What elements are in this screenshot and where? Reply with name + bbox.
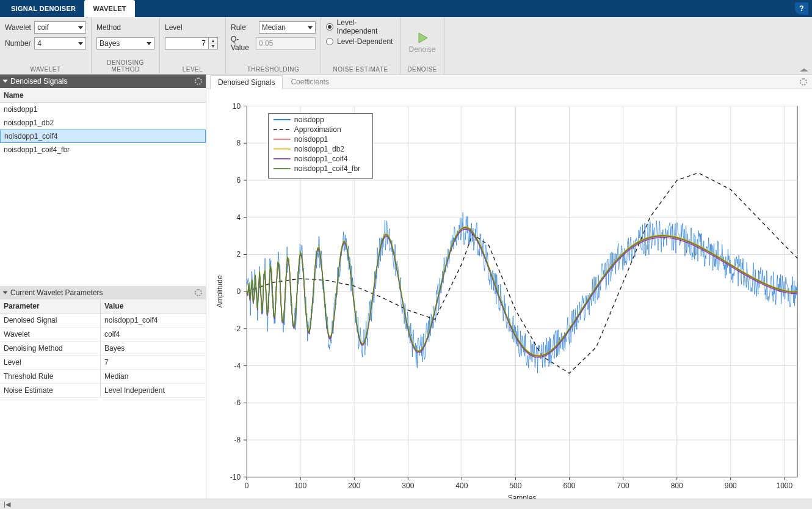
svg-text:200: 200: [348, 482, 360, 490]
table-row: Waveletcoif4: [0, 328, 206, 342]
svg-marker-0: [419, 33, 427, 43]
prev-icon[interactable]: |◀: [4, 500, 10, 508]
radio-level-dependent[interactable]: Level-Dependent: [326, 35, 395, 48]
radio-level-independent[interactable]: Level-Independent: [326, 21, 395, 33]
list-item[interactable]: noisdopp1_coif4: [0, 130, 206, 143]
spinner-up-icon[interactable]: ▲: [209, 38, 217, 43]
svg-text:4: 4: [236, 213, 241, 222]
section-label-method: DENOISING METHOD: [96, 59, 154, 73]
label-rule: Rule: [231, 23, 256, 32]
signal-plot[interactable]: 01002003004005006007008009001000-10-8-6-…: [212, 94, 806, 499]
table-row: Denoised Signalnoisdopp1_coif4: [0, 313, 206, 328]
tab-coefficients[interactable]: Coefficients: [283, 75, 336, 89]
column-value-header: Value: [101, 299, 206, 313]
panel-denoised-signals-header[interactable]: Denoised Signals: [0, 75, 206, 88]
gear-icon[interactable]: [195, 78, 202, 85]
table-row: Noise EstimateLevel Independent: [0, 384, 206, 398]
parameters-table: Denoised Signalnoisdopp1_coif4Waveletcoi…: [0, 313, 206, 499]
svg-text:Samples: Samples: [508, 494, 537, 499]
tab-denoised-signals[interactable]: Denoised Signals: [210, 75, 283, 89]
section-label-level: LEVEL: [165, 66, 220, 73]
svg-text:-2: -2: [234, 324, 241, 333]
svg-text:600: 600: [564, 482, 576, 490]
svg-text:400: 400: [455, 482, 468, 490]
table-row: Threshold RuleMedian: [0, 370, 206, 384]
column-name-header: Name: [0, 88, 206, 103]
label-wavelet: Wavelet: [5, 23, 32, 32]
svg-text:900: 900: [725, 482, 737, 490]
denoised-signals-list: noisdopp1noisdopp1_db2noisdopp1_coif4noi…: [0, 103, 206, 286]
svg-text:300: 300: [402, 482, 414, 490]
gear-icon[interactable]: [800, 78, 807, 86]
radio-icon: [326, 38, 333, 45]
collapse-triangle-icon: [3, 80, 8, 83]
collapse-icon[interactable]: [800, 68, 808, 71]
main-panel: Denoised Signals Coefficients 0100200300…: [206, 75, 812, 499]
svg-text:6: 6: [236, 176, 241, 185]
list-item[interactable]: noisdopp1_db2: [0, 116, 206, 130]
tab-signal-denoiser[interactable]: SIGNAL DENOISER: [2, 0, 84, 17]
table-row: Level7: [0, 356, 206, 370]
column-parameter-header: Parameter: [0, 299, 101, 313]
combo-rule[interactable]: Median: [259, 21, 316, 34]
label-number: Number: [5, 39, 32, 48]
tab-wavelet[interactable]: WAVELET: [84, 0, 134, 17]
svg-text:-10: -10: [230, 473, 241, 482]
spinner-level[interactable]: ▲▼: [165, 37, 218, 49]
combo-wavelet[interactable]: coif: [34, 21, 86, 34]
svg-text:Approximation: Approximation: [294, 125, 341, 134]
svg-text:800: 800: [671, 482, 683, 490]
svg-text:1000: 1000: [776, 482, 792, 490]
section-label-denoise: DENOISE: [405, 66, 439, 73]
svg-text:Amplitude: Amplitude: [216, 275, 224, 308]
caret-icon: [308, 26, 313, 29]
svg-text:10: 10: [233, 102, 241, 111]
label-qvalue: Q-Value: [231, 35, 253, 52]
svg-text:noisdopp1_coif4: noisdopp1_coif4: [294, 155, 348, 163]
svg-text:-8: -8: [234, 436, 241, 444]
sidebar: Denoised Signals Name noisdopp1noisdopp1…: [0, 75, 206, 499]
svg-text:500: 500: [509, 482, 521, 490]
radio-icon: [326, 23, 333, 31]
panel-parameters-header[interactable]: Current Wavelet Parameters: [0, 286, 206, 299]
label-level: Level: [165, 23, 183, 32]
input-level[interactable]: [165, 37, 209, 49]
gear-icon[interactable]: [195, 289, 202, 296]
combo-number[interactable]: 4: [34, 37, 86, 49]
table-row: Denoising MethodBayes: [0, 342, 206, 356]
status-bar: |◀: [0, 499, 812, 509]
caret-icon: [147, 42, 151, 45]
svg-text:noisdopp1_db2: noisdopp1_db2: [294, 145, 345, 153]
play-icon: [416, 32, 429, 44]
list-item[interactable]: noisdopp1: [0, 103, 206, 116]
main-tab-strip: Denoised Signals Coefficients: [206, 75, 812, 89]
combo-method[interactable]: Bayes: [96, 37, 154, 49]
svg-text:100: 100: [294, 482, 306, 490]
app-tab-bar: SIGNAL DENOISER WAVELET ?: [0, 0, 812, 17]
svg-text:8: 8: [236, 139, 241, 147]
caret-icon: [78, 42, 83, 45]
svg-text:700: 700: [617, 482, 629, 490]
help-button[interactable]: ?: [795, 2, 808, 15]
section-label-wavelet: WAVELET: [5, 66, 86, 73]
svg-text:noisdopp: noisdopp: [294, 115, 324, 124]
svg-text:noisdopp1: noisdopp1: [294, 135, 328, 144]
svg-text:0: 0: [245, 482, 249, 490]
svg-text:-4: -4: [234, 362, 241, 370]
svg-text:noisdopp1_coif4_fbr: noisdopp1_coif4_fbr: [294, 164, 360, 173]
svg-text:0: 0: [236, 287, 241, 296]
section-label-threshold: THRESHOLDING: [231, 66, 316, 73]
list-item[interactable]: noisdopp1_coif4_fbr: [0, 143, 206, 156]
section-label-noise: NOISE ESTIMATE: [326, 66, 395, 73]
toolstrip: Wavelet coif Number 4 WAVELET Method Bay…: [0, 17, 812, 75]
input-qvalue: [256, 37, 316, 49]
caret-icon: [78, 26, 83, 29]
svg-text:-6: -6: [234, 398, 241, 407]
collapse-triangle-icon: [3, 291, 8, 295]
svg-text:2: 2: [236, 250, 241, 258]
label-method: Method: [96, 23, 121, 32]
denoise-button[interactable]: Denoise: [402, 29, 441, 56]
spinner-down-icon[interactable]: ▼: [209, 43, 217, 49]
